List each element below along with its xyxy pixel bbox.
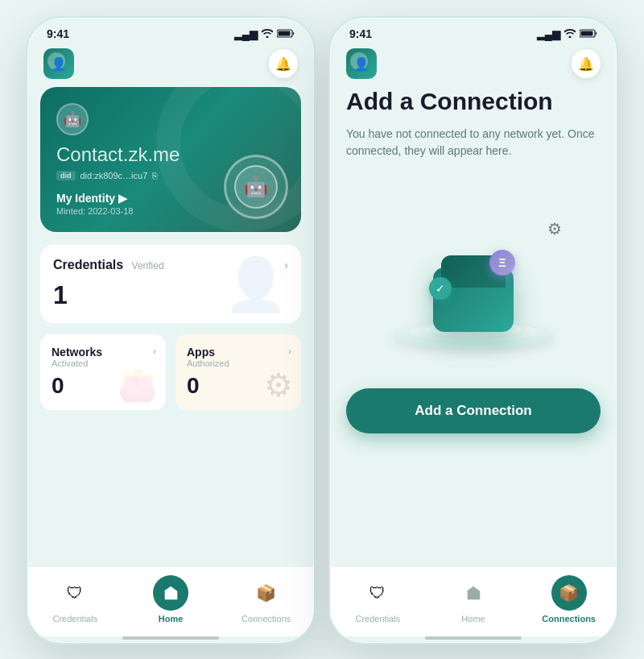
wallet-3d-graphic: Ξ ✓ ⚙ (385, 187, 562, 348)
wifi-icon (262, 28, 273, 40)
app-logo-2: 👤 (346, 48, 377, 79)
bell-icon-2: 🔔 (578, 56, 594, 72)
wallet-illustration: Ξ ✓ ⚙ (346, 179, 601, 356)
identity-label: My Identity ▶ (56, 192, 127, 205)
status-bar-1: 9:41 ▂▄▆ (27, 18, 314, 44)
networks-chevron: › (153, 346, 156, 357)
phone-1: 9:41 ▂▄▆ 👤 🔔 🤖 Contact.zk.me (26, 16, 316, 644)
networks-card[interactable]: Networks Activated 0 › 👛 (40, 334, 166, 410)
status-icons-1: ▂▄▆ (234, 28, 295, 40)
card-hologram: 🤖 (224, 155, 288, 219)
phone1-scroll-content: 🤖 Contact.zk.me did did:zk809c…icu7 ⎘ My… (27, 87, 314, 566)
credential-bg-person-icon: 👤 (224, 255, 288, 315)
signal-icon: ▂▄▆ (234, 28, 258, 40)
did-text: did:zk809c…icu7 (80, 171, 148, 180)
notification-bell-2[interactable]: 🔔 (572, 49, 601, 78)
connections-nav-icon: 📦 (249, 575, 284, 611)
credentials-nav-icon-2: 🛡 (360, 575, 395, 611)
home-indicator-2 (425, 636, 522, 640)
credentials-nav-label: Credentials (53, 614, 98, 624)
credentials-subtitle: Verified (132, 260, 164, 271)
card-avatar: 🤖 (56, 103, 89, 135)
credentials-section[interactable]: Credentials Verified › 1 👤 (40, 245, 301, 323)
home-nav-icon-active (153, 575, 188, 611)
connections-nav-label-2: Connections (542, 614, 596, 624)
time-2: 9:41 (349, 27, 372, 40)
credentials-title: Credentials (53, 258, 123, 271)
signal-icon-2: ▂▄▆ (537, 28, 560, 40)
nav-credentials-2[interactable]: 🛡 Credentials (330, 575, 426, 624)
connections-nav-icon-active-2: 📦 (551, 575, 587, 611)
wallet-coin-eth: Ξ (489, 250, 515, 276)
phone2-scroll-content: Add a Connection You have not connected … (330, 87, 617, 566)
connections-nav-label: Connections (242, 614, 291, 624)
add-connection-button[interactable]: Add a Connection (346, 388, 601, 433)
home-nav-label: Home (159, 614, 184, 624)
wifi-icon-2 (564, 28, 576, 40)
add-connection-title: Add a Connection (346, 87, 601, 116)
wallet-shield-badge: ✓ (429, 277, 452, 300)
add-connection-description: You have not connected to any network ye… (346, 126, 601, 160)
svg-rect-1 (279, 31, 291, 35)
time-1: 9:41 (47, 27, 69, 40)
svg-rect-4 (581, 31, 593, 35)
wallet-gear-icon: ⚙ (547, 219, 562, 238)
nav-connections-2[interactable]: 📦 Connections (521, 575, 617, 624)
nav-home-1[interactable]: Home (123, 575, 219, 624)
apps-title: Apps (187, 346, 290, 359)
apps-gear-icon: ⚙ (264, 367, 293, 404)
top-nav-1: 👤 🔔 (27, 44, 314, 87)
bottom-nav-1: 🛡 Credentials Home 📦 Connections (27, 566, 314, 636)
hologram-inner-icon: 🤖 (234, 165, 278, 209)
networks-wallet-icon: 👛 (118, 366, 158, 404)
notification-bell-1[interactable]: 🔔 (269, 49, 298, 78)
status-icons-2: ▂▄▆ (537, 28, 597, 40)
identity-card: 🤖 Contact.zk.me did did:zk809c…icu7 ⎘ My… (40, 87, 301, 232)
apps-card[interactable]: Apps Authorized 0 › ⚙ (175, 334, 301, 410)
home-nav-icon-2 (456, 575, 491, 611)
networks-title: Networks (52, 346, 155, 359)
stats-row: Networks Activated 0 › 👛 Apps Authorized… (40, 334, 301, 410)
credentials-nav-icon: 🛡 (57, 575, 93, 611)
battery-icon (277, 28, 295, 40)
home-indicator-1 (122, 636, 219, 640)
copy-icon[interactable]: ⎘ (152, 171, 158, 180)
did-badge: did (56, 171, 76, 180)
status-bar-2: 9:41 ▂▄▆ (330, 18, 617, 44)
nav-connections-1[interactable]: 📦 Connections (218, 575, 314, 624)
credentials-nav-label-2: Credentials (356, 614, 401, 624)
nav-credentials-1[interactable]: 🛡 Credentials (27, 575, 123, 624)
bell-icon: 🔔 (275, 56, 291, 72)
apps-chevron: › (288, 346, 291, 357)
phone-2: 9:41 ▂▄▆ 👤 🔔 Add a Connection You have n… (328, 16, 618, 644)
svg-rect-2 (168, 594, 173, 599)
battery-icon-2 (580, 28, 597, 40)
nav-home-2[interactable]: Home (426, 575, 522, 624)
home-nav-label-2: Home (461, 614, 485, 624)
app-logo-1: 👤 (43, 48, 74, 79)
top-nav-2: 👤 🔔 (330, 44, 617, 87)
bottom-nav-2: 🛡 Credentials Home 📦 Connections (330, 566, 617, 636)
